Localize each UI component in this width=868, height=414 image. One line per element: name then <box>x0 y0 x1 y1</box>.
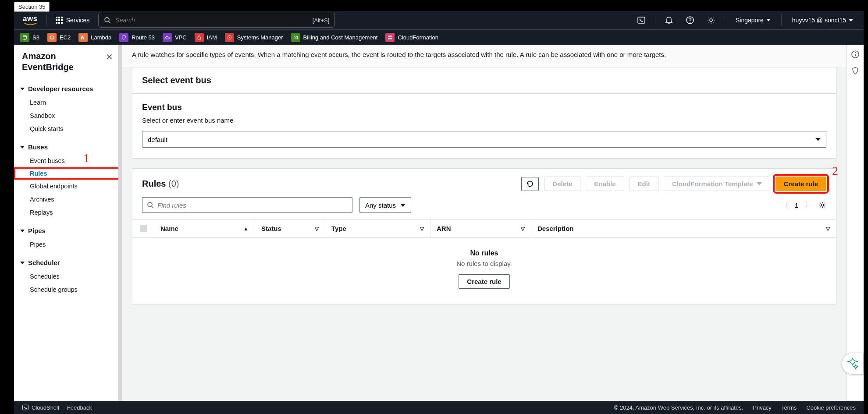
nav-schedule-groups[interactable]: Schedule groups <box>14 283 122 296</box>
event-bus-select[interactable]: default <box>142 131 826 148</box>
sort-icon: ▽ <box>521 226 525 232</box>
right-rail <box>846 45 864 401</box>
svg-point-7 <box>710 19 712 21</box>
region-selector[interactable]: Singapore <box>731 17 775 24</box>
ec2-icon <box>47 33 57 42</box>
nav-event-buses[interactable]: Event buses <box>14 154 122 167</box>
terms-link[interactable]: Terms <box>781 404 797 411</box>
cloudshell-footer-button[interactable]: CloudShell <box>22 404 59 411</box>
search-icon <box>147 202 154 209</box>
col-name[interactable]: Name▲ <box>154 219 255 237</box>
settings-icon[interactable] <box>704 13 719 28</box>
svg-rect-15 <box>388 38 390 39</box>
nav-section-dev[interactable]: Developer resources <box>14 81 122 96</box>
col-type[interactable]: Type▽ <box>325 219 430 237</box>
feedback-link[interactable]: Feedback <box>67 404 92 411</box>
enable-button: Enable <box>586 177 624 191</box>
delete-button: Delete <box>544 177 580 191</box>
search-icon <box>104 17 111 24</box>
pager: 〈 1 〉 <box>781 200 826 210</box>
svc-ec2[interactable]: EC2 <box>47 33 71 42</box>
account-selector[interactable]: huyvv15 @ sonct15 <box>788 17 857 24</box>
svg-line-1 <box>109 21 110 23</box>
refresh-button[interactable] <box>521 177 539 191</box>
nav-replays[interactable]: Replays <box>14 206 122 219</box>
select-event-bus-panel: Select event bus Event bus Select or ent… <box>132 67 836 159</box>
global-search[interactable]: [Alt+S] <box>98 13 335 28</box>
nav-section-pipes[interactable]: Pipes <box>14 223 122 238</box>
info-icon[interactable] <box>851 50 860 59</box>
col-status[interactable]: Status▽ <box>255 219 325 237</box>
nav-schedules[interactable]: Schedules <box>14 270 122 283</box>
svc-vpc[interactable]: VPC <box>163 33 187 42</box>
status-filter-select[interactable]: Any status <box>359 197 411 213</box>
nav-rules[interactable]: Rules <box>14 167 122 180</box>
event-bus-hint: Select or enter event bus name <box>142 117 826 124</box>
svc-iam[interactable]: IAM <box>195 33 217 42</box>
empty-sub: No rules to display. <box>132 260 836 267</box>
page-description: A rule watches for specific types of eve… <box>122 45 846 67</box>
svc-lambda[interactable]: Lambda <box>78 33 111 42</box>
table-settings-icon[interactable] <box>818 201 826 209</box>
svc-cloudformation[interactable]: CloudFormation <box>385 33 438 42</box>
content-area: A rule watches for specific types of eve… <box>122 45 846 401</box>
privacy-link[interactable]: Privacy <box>753 404 772 411</box>
svg-rect-8 <box>50 36 53 39</box>
section-tag: Section 35 <box>14 2 50 12</box>
page-next: 〉 <box>804 200 812 210</box>
copyright: © 2024, Amazon Web Services, Inc. or its… <box>614 404 743 411</box>
sort-icon: ▽ <box>420 226 424 232</box>
aws-logo[interactable]: aws <box>20 14 40 27</box>
sort-icon: ▽ <box>826 226 830 232</box>
cookie-prefs-link[interactable]: Cookie preferences <box>806 404 856 411</box>
nav-section-buses[interactable]: Buses <box>14 140 122 154</box>
svg-rect-14 <box>391 35 392 37</box>
chevron-down-icon <box>766 19 771 21</box>
svg-point-6 <box>690 22 690 23</box>
cf-template-button: CloudFormation Template <box>664 177 770 191</box>
nav-archives[interactable]: Archives <box>14 193 122 206</box>
search-input[interactable] <box>115 17 308 24</box>
iam-icon <box>195 33 204 42</box>
create-rule-button[interactable]: Create rule <box>776 177 826 191</box>
service-shortcut-bar: S3 EC2 Lambda Route 53 VPC IAM Systems M… <box>14 30 864 45</box>
systems-manager-icon <box>225 33 234 42</box>
services-menu[interactable]: Services <box>53 15 92 25</box>
shield-icon[interactable] <box>851 67 860 75</box>
col-arn[interactable]: ARN▽ <box>430 219 531 237</box>
svg-line-18 <box>152 206 153 208</box>
svc-ssm[interactable]: Systems Manager <box>225 33 283 42</box>
empty-heading: No rules <box>132 249 836 257</box>
chevron-down-icon <box>20 88 25 90</box>
nav-quickstarts[interactable]: Quick starts <box>14 122 122 135</box>
find-rules-input-wrap[interactable] <box>142 197 352 213</box>
svc-s3[interactable]: S3 <box>20 33 39 42</box>
nav-global-endpoints[interactable]: Global endpoints <box>14 180 122 193</box>
col-description[interactable]: Description▽ <box>531 219 836 237</box>
nav-section-scheduler[interactable]: Scheduler <box>14 255 122 270</box>
empty-create-rule-button[interactable]: Create rule <box>459 274 509 289</box>
nav-learn[interactable]: Learn <box>14 96 122 109</box>
footer: CloudShell Feedback © 2024, Amazon Web S… <box>14 401 864 414</box>
svc-billing[interactable]: Billing and Cost Management <box>291 33 378 42</box>
lambda-icon <box>78 33 88 42</box>
chat-float-button[interactable] <box>842 353 864 375</box>
select-all-checkbox[interactable] <box>140 225 147 232</box>
nav-pipes[interactable]: Pipes <box>14 238 122 251</box>
route53-icon <box>119 33 128 42</box>
notifications-icon[interactable] <box>662 13 676 28</box>
help-icon[interactable] <box>683 13 697 28</box>
svg-point-11 <box>229 36 230 38</box>
chevron-down-icon <box>400 204 406 207</box>
chevron-down-icon <box>757 182 762 185</box>
top-nav: aws Services [Alt+S] Singapore huyvv15 @… <box>14 11 864 30</box>
find-rules-input[interactable] <box>157 202 348 209</box>
sidebar-close-icon[interactable]: ✕ <box>105 51 114 63</box>
nav-sandbox[interactable]: Sandbox <box>14 109 122 122</box>
svc-route53[interactable]: Route 53 <box>119 33 155 42</box>
cloudshell-nav-icon[interactable] <box>634 13 649 28</box>
svg-point-19 <box>821 204 823 206</box>
sidebar-title: Amazon EventBridge <box>22 51 105 73</box>
vpc-icon <box>163 33 172 42</box>
event-bus-value: default <box>148 136 167 143</box>
